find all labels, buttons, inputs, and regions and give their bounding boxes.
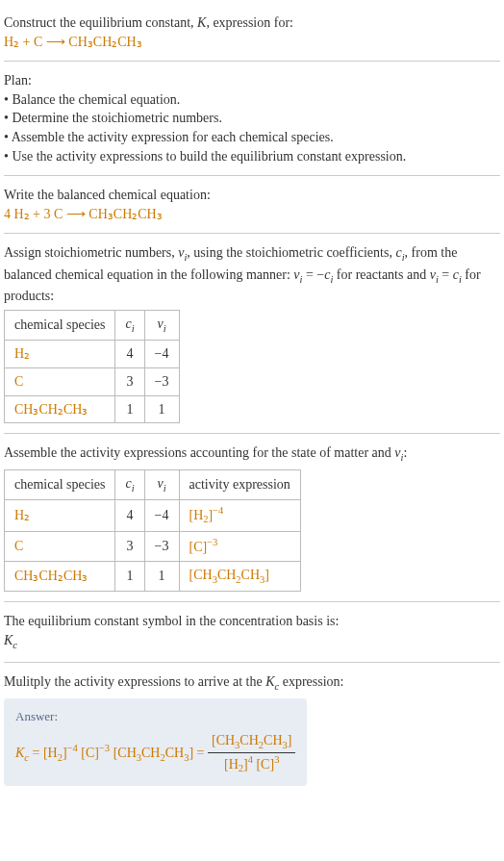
symbol-text: The equilibrium constant symbol in the c… xyxy=(4,612,500,631)
cell-vi: −4 xyxy=(144,500,179,532)
cell-activity: [CH3CH2CH3] xyxy=(179,561,300,591)
plan-bullet-3: • Assemble the activity expression for e… xyxy=(4,128,500,147)
divider xyxy=(4,433,500,434)
prompt-equation: H₂ + C ⟶ CH₃CH₂CH₃ xyxy=(4,33,500,52)
fraction-numerator: [CH3CH2CH3] xyxy=(208,731,295,753)
cell-species: H₂ xyxy=(5,341,115,368)
cell-vi: 1 xyxy=(144,561,179,591)
cell-activity: [H2]−4 xyxy=(179,500,300,532)
assign-text: Assign stoichiometric numbers, νi, using… xyxy=(4,243,500,306)
cell-species: CH₃CH₂CH₃ xyxy=(5,561,115,591)
cell-species: C xyxy=(5,367,115,395)
divider xyxy=(4,662,500,663)
col-ci: ci xyxy=(115,310,144,340)
cell-species: CH₃CH₂CH₃ xyxy=(5,395,115,423)
divider xyxy=(4,61,500,62)
cell-vi: −4 xyxy=(144,341,179,368)
col-ci: ci xyxy=(115,469,144,499)
plan-bullet-2: • Determine the stoichiometric numbers. xyxy=(4,109,500,128)
balanced-equation: 4 H₂ + 3 C ⟶ CH₃CH₂CH₃ xyxy=(4,205,500,224)
cell-species: H₂ xyxy=(5,500,115,532)
col-activity: activity expression xyxy=(179,469,300,499)
answer-label: Answer: xyxy=(15,708,295,725)
prompt-section: Construct the equilibrium constant, K, e… xyxy=(4,8,500,57)
col-vi: νi xyxy=(144,469,179,499)
answer-box: Answer: Kc = [H2]−4 [C]−3 [CH3CH2CH3] = … xyxy=(4,698,307,787)
cell-vi: −3 xyxy=(144,532,179,561)
symbol-section: The equilibrium constant symbol in the c… xyxy=(4,606,500,658)
divider xyxy=(4,175,500,176)
cell-ci: 1 xyxy=(115,561,144,591)
table-row: C 3 −3 xyxy=(5,367,180,395)
cell-ci: 1 xyxy=(115,395,144,423)
cell-ci: 4 xyxy=(115,341,144,368)
col-species: chemical species xyxy=(5,310,115,340)
plan-section: Plan: • Balance the chemical equation. •… xyxy=(4,65,500,171)
cell-vi: −3 xyxy=(144,367,179,395)
assemble-section: Assemble the activity expressions accoun… xyxy=(4,438,500,597)
fraction-denominator: [H2]4 [C]3 xyxy=(208,753,295,776)
col-vi: νi xyxy=(144,310,179,340)
divider xyxy=(4,233,500,234)
table-row: C 3 −3 [C]−3 xyxy=(5,532,301,561)
assemble-text: Assemble the activity expressions accoun… xyxy=(4,443,500,465)
prompt-line1: Construct the equilibrium constant, K, e… xyxy=(4,13,500,33)
multiply-text: Mulitply the activity expressions to arr… xyxy=(4,672,500,694)
table-row: CH₃CH₂CH₃ 1 1 [CH3CH2CH3] xyxy=(5,561,301,591)
plan-bullet-1: • Balance the chemical equation. xyxy=(4,90,500,110)
table-row: CH₃CH₂CH₃ 1 1 xyxy=(5,395,180,423)
cell-species: C xyxy=(5,532,115,561)
multiply-section: Mulitply the activity expressions to arr… xyxy=(4,667,500,792)
table-header-row: chemical species ci νi xyxy=(5,310,180,340)
divider xyxy=(4,601,500,602)
table-row: H₂ 4 −4 xyxy=(5,341,180,368)
plan-heading: Plan: xyxy=(4,71,500,90)
answer-expression: Kc = [H2]−4 [C]−3 [CH3CH2CH3] = [CH3CH2C… xyxy=(15,731,295,777)
cell-ci: 3 xyxy=(115,532,144,561)
table-row: H₂ 4 −4 [H2]−4 xyxy=(5,500,301,532)
stoich-table: chemical species ci νi H₂ 4 −4 C 3 −3 CH… xyxy=(4,310,180,423)
cell-activity: [C]−3 xyxy=(179,532,300,561)
col-species: chemical species xyxy=(5,469,115,499)
table-header-row: chemical species ci νi activity expressi… xyxy=(5,469,301,499)
balanced-section: Write the balanced chemical equation: 4 … xyxy=(4,180,500,229)
kc-symbol: Kc xyxy=(4,631,500,652)
plan-bullet-4: • Use the activity expressions to build … xyxy=(4,147,500,166)
activity-table: chemical species ci νi activity expressi… xyxy=(4,469,301,592)
cell-vi: 1 xyxy=(144,395,179,423)
cell-ci: 4 xyxy=(115,500,144,532)
balanced-heading: Write the balanced chemical equation: xyxy=(4,186,500,205)
assign-section: Assign stoichiometric numbers, νi, using… xyxy=(4,238,500,429)
cell-ci: 3 xyxy=(115,367,144,395)
